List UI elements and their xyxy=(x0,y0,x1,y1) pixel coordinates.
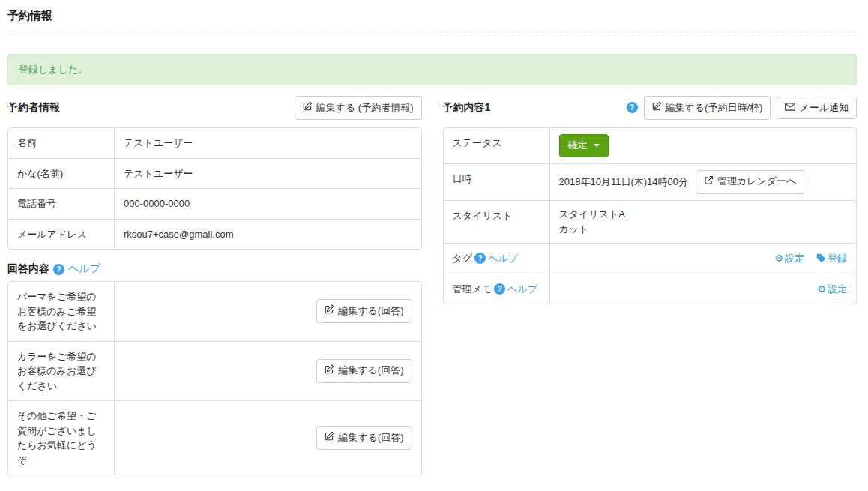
tag-icon xyxy=(816,253,826,263)
tag-settings-label: 設定 xyxy=(785,251,804,266)
external-link-icon xyxy=(704,175,714,189)
table-row: 管理メモ ? ヘルプ ⚙ 設定 xyxy=(444,274,857,304)
stylist-cell: スタイリストA カット xyxy=(550,201,857,243)
edit-answer-button[interactable]: 編集する(回答) xyxy=(316,299,412,323)
table-row: スタイリスト スタイリストA カット xyxy=(444,200,857,243)
stylist-menu: カット xyxy=(559,222,626,237)
envelope-icon xyxy=(785,102,795,115)
table-row: メールアドレス rksou7+case@gmail.com xyxy=(8,219,421,250)
reservation-column: 予約内容1 ? 編集する(予約日時/枠) xyxy=(443,96,858,475)
page-title: 予約情報 xyxy=(7,9,857,23)
answer-cell: 編集する(回答) xyxy=(115,342,421,401)
memo-label-cell: 管理メモ ? ヘルプ xyxy=(444,274,550,304)
row-value: テストユーザー xyxy=(115,159,421,189)
edit-icon xyxy=(303,101,313,115)
answers-table: パーマをご希望のお客様のみご希望をお選びください 編集する(回答) xyxy=(7,281,422,475)
mail-notify-button[interactable]: メール通知 xyxy=(777,97,857,120)
tag-actions-cell: ⚙ 設定 登録 xyxy=(550,244,857,274)
caret-down-icon xyxy=(594,144,600,147)
stylist-name: スタイリストA xyxy=(559,207,626,222)
table-row: カラーをご希望のお客様のみお選びください 編集する(回答) xyxy=(8,341,421,401)
datetime-label: 日時 xyxy=(444,164,550,200)
question-label: パーマをご希望のお客様のみご希望をお選びください xyxy=(8,282,115,341)
reserver-section-header: 予約者情報 編集する (予約者情報) xyxy=(7,96,422,120)
edit-reservation-button-label: 編集する(予約日時/枠) xyxy=(666,102,763,115)
tag-settings-link[interactable]: ⚙ 設定 xyxy=(774,251,804,266)
content-columns: 予約者情報 編集する (予約者情報) 名前 xyxy=(7,96,857,475)
answer-cell: 編集する(回答) xyxy=(115,401,421,475)
memo-actions-cell: ⚙ 設定 xyxy=(550,274,857,304)
edit-reserver-button-label: 編集する (予約者情報) xyxy=(316,102,414,115)
help-icon[interactable]: ? xyxy=(494,283,505,295)
help-icon[interactable]: ? xyxy=(53,264,64,275)
row-value: 000-0000-0000 xyxy=(115,189,421,219)
table-row: タグ ? ヘルプ ⚙ 設定 xyxy=(444,243,857,274)
tag-help-link[interactable]: ヘルプ xyxy=(488,251,518,266)
gear-icon: ⚙ xyxy=(774,253,783,263)
question-label: その他ご希望・ご質問がございましたらお気軽にどうぞ xyxy=(8,401,115,475)
question-label: カラーをご希望のお客様のみお選びください xyxy=(8,342,115,401)
edit-answer-button[interactable]: 編集する(回答) xyxy=(316,426,412,450)
mail-notify-button-label: メール通知 xyxy=(799,102,849,115)
edit-reservation-button[interactable]: 編集する(予約日時/枠) xyxy=(644,96,771,120)
memo-settings-link[interactable]: ⚙ 設定 xyxy=(817,282,847,297)
row-label: 電話番号 xyxy=(8,189,115,219)
reserver-table: 名前 テストユーザー かな(名前) テストユーザー 電話番号 000-0000-… xyxy=(7,127,422,250)
tag-label: タグ xyxy=(453,251,473,266)
edit-icon xyxy=(325,304,334,318)
table-row: かな(名前) テストユーザー xyxy=(8,158,421,189)
edit-answer-button-label: 編集する(回答) xyxy=(338,364,403,377)
table-row: その他ご希望・ご質問がございましたらお気軽にどうぞ 編集する(回答) xyxy=(8,400,421,475)
reserver-heading: 予約者情報 xyxy=(7,101,60,115)
status-value: 確定 xyxy=(568,139,588,152)
status-dropdown-button[interactable]: 確定 xyxy=(559,134,609,157)
admin-calendar-button-label: 管理カレンダーへ xyxy=(717,175,797,188)
edit-icon xyxy=(652,101,662,115)
table-row: 名前 テストユーザー xyxy=(8,128,421,158)
datetime-value: 2018年10月11日(木)14時00分 xyxy=(559,175,688,190)
table-row: 日時 2018年10月11日(木)14時00分 管理カレン xyxy=(444,163,857,200)
reservation-section-header: 予約内容1 ? 編集する(予約日時/枠) xyxy=(443,96,858,120)
table-row: 電話番号 000-0000-0000 xyxy=(8,188,421,219)
edit-answer-button[interactable]: 編集する(回答) xyxy=(316,359,412,383)
answers-section-header: 回答内容 ? ヘルプ xyxy=(7,262,422,277)
edit-answer-button-label: 編集する(回答) xyxy=(338,432,403,445)
reservation-table: ステータス 確定 日時 2018年10月11日(木)14時00分 xyxy=(443,127,858,304)
answer-cell: 編集する(回答) xyxy=(115,282,421,341)
stylist-label: スタイリスト xyxy=(444,201,550,243)
datetime-cell: 2018年10月11日(木)14時00分 管理カレンダーへ xyxy=(550,164,857,200)
row-label: 名前 xyxy=(8,128,115,158)
tag-label-cell: タグ ? ヘルプ xyxy=(444,244,550,274)
memo-label: 管理メモ xyxy=(453,282,492,297)
row-label: メールアドレス xyxy=(8,220,115,250)
admin-calendar-button[interactable]: 管理カレンダーへ xyxy=(696,170,805,194)
status-cell: 確定 xyxy=(550,128,857,163)
row-value: テストユーザー xyxy=(115,128,421,158)
gear-icon: ⚙ xyxy=(817,284,826,294)
status-label: ステータス xyxy=(444,128,550,163)
edit-icon xyxy=(325,431,334,445)
title-separator xyxy=(7,34,857,34)
answers-heading: 回答内容 xyxy=(7,262,49,276)
help-icon[interactable]: ? xyxy=(474,253,486,264)
row-value: rksou7+case@gmail.com xyxy=(115,220,421,250)
answers-help-link[interactable]: ヘルプ xyxy=(68,262,100,276)
reservation-heading: 予約内容1 xyxy=(443,101,491,115)
reserver-column: 予約者情報 編集する (予約者情報) 名前 xyxy=(7,96,422,475)
table-row: パーマをご希望のお客様のみご希望をお選びください 編集する(回答) xyxy=(8,282,421,341)
row-label: かな(名前) xyxy=(8,159,115,189)
edit-icon xyxy=(325,364,334,378)
tag-register-label: 登録 xyxy=(828,251,847,266)
table-row: ステータス 確定 xyxy=(444,128,857,163)
success-alert-message: 登録しました。 xyxy=(19,64,88,75)
memo-help-link[interactable]: ヘルプ xyxy=(507,282,537,297)
tag-register-link[interactable]: 登録 xyxy=(816,251,847,266)
memo-settings-label: 設定 xyxy=(828,282,847,297)
page: 予約情報 登録しました。 予約者情報 編集する (予約者情報) xyxy=(0,0,868,491)
edit-reserver-button[interactable]: 編集する (予約者情報) xyxy=(295,96,422,120)
edit-answer-button-label: 編集する(回答) xyxy=(338,305,403,318)
help-icon[interactable]: ? xyxy=(627,102,638,113)
success-alert: 登録しました。 xyxy=(7,54,857,85)
